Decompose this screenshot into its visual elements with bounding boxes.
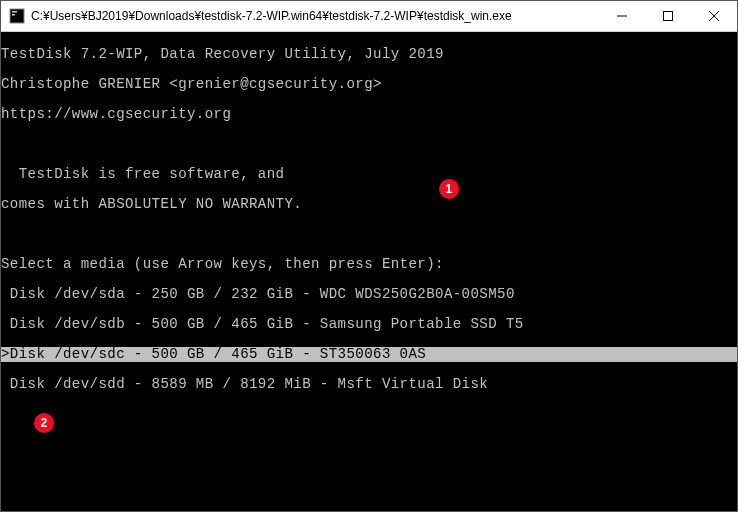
svg-rect-2 [12,14,15,16]
header-line: Christophe GRENIER <grenier@cgsecurity.o… [1,77,737,92]
window-title: C:¥Users¥BJ2019¥Downloads¥testdisk-7.2-W… [31,9,599,23]
window-controls [599,1,737,31]
disk-item-selected[interactable]: >Disk /dev/sdc - 500 GB / 465 GiB - ST35… [1,347,737,362]
disk-item[interactable]: Disk /dev/sdb - 500 GB / 465 GiB - Samsu… [1,317,737,332]
disk-item[interactable]: Disk /dev/sda - 250 GB / 232 GiB - WDC W… [1,287,737,302]
blank-line [1,407,737,422]
annotation-badge-1: 1 [439,179,459,199]
disk-item[interactable]: Disk /dev/sdd - 8589 MB / 8192 MiB - Msf… [1,377,737,392]
terminal-output: TestDisk 7.2-WIP, Data Recovery Utility,… [1,32,737,511]
svg-rect-1 [12,11,17,13]
blank-line [1,437,737,452]
info-line: comes with ABSOLUTELY NO WARRANTY. [1,197,737,212]
header-line: TestDisk 7.2-WIP, Data Recovery Utility,… [1,47,737,62]
maximize-button[interactable] [645,1,691,31]
prompt-line: Select a media (use Arrow keys, then pre… [1,257,737,272]
annotation-badge-2: 2 [34,413,54,433]
minimize-button[interactable] [599,1,645,31]
close-button[interactable] [691,1,737,31]
blank-line [1,137,737,152]
blank-line [1,227,737,242]
header-line: https://www.cgsecurity.org [1,107,737,122]
blank-line [1,497,737,512]
window-titlebar: C:¥Users¥BJ2019¥Downloads¥testdisk-7.2-W… [1,1,737,32]
info-line: TestDisk is free software, and [1,167,737,182]
app-icon [9,8,25,24]
svg-rect-4 [664,12,673,21]
blank-line [1,467,737,482]
